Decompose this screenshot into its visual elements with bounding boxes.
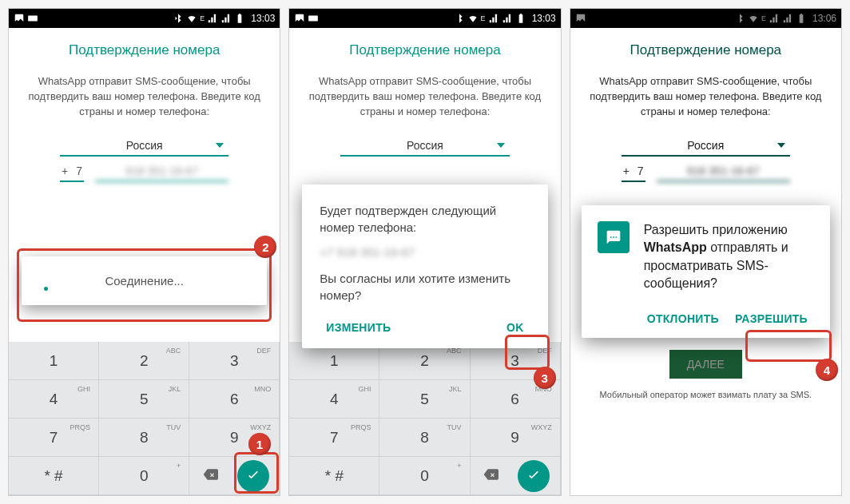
country-name: Россия — [126, 139, 163, 152]
signal-icon — [488, 13, 499, 24]
next-button[interactable]: ДАЛЕЕ — [669, 350, 742, 379]
country-code-input[interactable]: + 7 — [60, 161, 84, 182]
backspace-key[interactable] — [480, 466, 501, 486]
keyboard-icon — [27, 13, 38, 24]
sms-icon — [598, 221, 630, 253]
check-icon — [526, 468, 542, 484]
key-3[interactable]: 3DEF — [189, 342, 280, 380]
deny-button[interactable]: ОТКЛОНИТЬ — [641, 304, 725, 333]
bluetooth-icon — [454, 13, 465, 24]
battery-icon — [515, 13, 526, 24]
sms-charge-note: Мобильный оператор может взимать плату з… — [590, 390, 822, 399]
key-9[interactable]: 9WXYZ — [471, 419, 561, 457]
ok-button[interactable]: OK — [500, 313, 530, 342]
key-2[interactable]: 2ABC — [99, 342, 189, 380]
key-symbols[interactable]: * # — [289, 457, 379, 495]
key-6[interactable]: 6MNO — [471, 380, 561, 419]
numeric-keypad: 1 2ABC 3DEF 4GHI 5JKL 6MNO 7PRQS 8TUV 9W… — [289, 342, 560, 495]
network-type: E — [200, 14, 205, 22]
country-selector[interactable]: Россия — [340, 134, 509, 157]
bluetooth-icon — [734, 13, 745, 24]
key-1[interactable]: 1 — [9, 342, 99, 380]
clock: 13:03 — [532, 13, 556, 24]
allow-button[interactable]: РАЗРЕШИТЬ — [729, 304, 814, 333]
key-6[interactable]: 6MNO — [189, 380, 280, 419]
battery-icon — [234, 13, 245, 24]
connecting-toast: Соединение... — [22, 256, 267, 305]
page-title: Подтверждение номера — [308, 42, 541, 58]
key-8[interactable]: 8TUV — [379, 419, 470, 457]
screenshot-1: E 13:03 Подтверждение номера WhatsApp от… — [8, 8, 280, 496]
image-icon — [14, 13, 25, 24]
verify-screen: Подтверждение номера WhatsApp отправит S… — [289, 28, 560, 157]
numeric-keypad: 1 2ABC 3DEF 4GHI 5JKL 6MNO 7PRQS 8TUV 9W… — [9, 342, 280, 495]
permission-dialog: Разрешить приложению WhatsApp отправлять… — [582, 205, 830, 338]
backspace-icon — [200, 466, 220, 482]
country-code-input[interactable]: + 7 — [622, 161, 645, 182]
bluetooth-icon — [173, 13, 184, 24]
battery-icon — [796, 13, 807, 24]
signal-icon — [220, 13, 232, 24]
signal-icon — [782, 13, 793, 24]
country-selector[interactable]: Россия — [60, 134, 228, 157]
chevron-down-icon — [777, 143, 785, 148]
toast-text: Соединение... — [39, 274, 249, 288]
svg-rect-1 — [308, 16, 318, 22]
permission-text: Разрешить приложению WhatsApp отправлять… — [644, 221, 814, 293]
enter-key[interactable] — [518, 460, 550, 492]
signal-icon — [207, 13, 218, 24]
screenshot-3: E 13:06 Подтверждение номера WhatsApp от… — [570, 8, 842, 496]
instructions: WhatsApp отправит SMS-сообщение, чтобы п… — [28, 74, 260, 120]
check-icon — [245, 468, 261, 484]
change-button[interactable]: ИЗМЕНИТЬ — [320, 313, 397, 342]
spinner-dot — [44, 287, 48, 291]
key-7[interactable]: 7PRQS — [9, 419, 99, 457]
key-4[interactable]: 4GHI — [289, 380, 379, 419]
key-9[interactable]: 9WXYZ — [189, 419, 280, 457]
status-bar: E 13:03 — [289, 9, 560, 28]
network-type: E — [481, 14, 486, 22]
key-actions-cell — [471, 457, 561, 495]
wifi-icon — [467, 13, 479, 24]
key-8[interactable]: 8TUV — [99, 419, 189, 457]
country-selector[interactable]: Россия — [622, 134, 790, 157]
screenshot-2: E 13:03 Подтверждение номера WhatsApp от… — [288, 8, 561, 496]
dialog-phone-number: +7 918 351-16-67 — [320, 245, 530, 259]
key-5[interactable]: 5JKL — [99, 380, 189, 419]
phone-number-input[interactable]: 918 351-16-67 — [657, 161, 790, 182]
key-symbols[interactable]: * # — [9, 457, 99, 495]
key-4[interactable]: 4GHI — [9, 380, 99, 419]
confirm-dialog: Будет подтвержден следующий номер телефо… — [302, 185, 547, 348]
clock: 13:03 — [251, 13, 275, 24]
keyboard-icon — [308, 13, 319, 24]
svg-rect-0 — [28, 16, 38, 22]
chevron-down-icon — [216, 143, 224, 148]
enter-key[interactable] — [237, 460, 269, 492]
wifi-icon — [186, 13, 197, 24]
signal-icon — [502, 13, 513, 24]
key-actions-cell — [189, 457, 280, 495]
dialog-text-1: Будет подтвержден следующий номер телефо… — [320, 202, 530, 236]
page-title: Подтверждение номера — [28, 42, 260, 58]
phone-number-input[interactable]: 918 351-16-67 — [95, 161, 228, 182]
key-5[interactable]: 5JKL — [379, 380, 470, 419]
instructions: WhatsApp отправит SMS-сообщение, чтобы п… — [590, 74, 822, 120]
verify-screen: Подтверждение номера WhatsApp отправит S… — [9, 28, 280, 182]
instructions: WhatsApp отправит SMS-сообщение, чтобы п… — [308, 74, 541, 120]
callout-2-badge: 2 — [254, 236, 276, 258]
key-0[interactable]: 0+ — [379, 457, 470, 495]
image-icon — [575, 13, 586, 24]
backspace-key[interactable] — [200, 466, 220, 486]
signal-icon — [769, 13, 780, 24]
backspace-icon — [480, 466, 501, 482]
status-bar: E 13:06 — [570, 9, 841, 28]
dialog-text-2: Вы согласны или хотите изменить номер? — [320, 270, 530, 304]
image-icon — [294, 13, 305, 24]
wifi-icon — [748, 13, 759, 24]
key-0[interactable]: 0+ — [99, 457, 189, 495]
status-bar: E 13:03 — [9, 9, 280, 28]
chevron-down-icon — [497, 143, 505, 148]
page-title: Подтверждение номера — [590, 42, 822, 58]
key-7[interactable]: 7PRQS — [289, 419, 379, 457]
clock: 13:06 — [812, 13, 836, 24]
